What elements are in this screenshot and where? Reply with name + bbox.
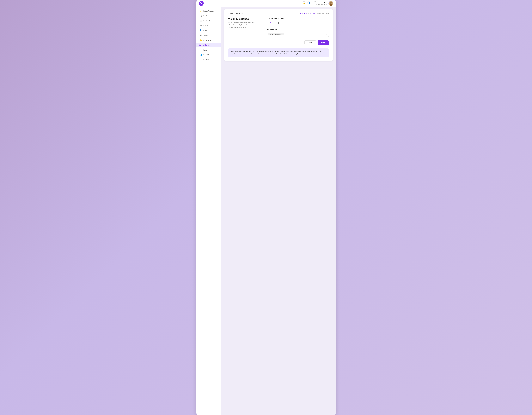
- topbar-right: 🔔 👤 ? Jane Vacation Tracker: [302, 1, 333, 6]
- leave-request-icon: ⚡: [200, 10, 202, 12]
- settings-icon: ⚙: [200, 34, 202, 37]
- sidebar-item-add-ons[interactable]: ◎ Add-ons: [197, 43, 221, 47]
- breadcrumb-current: Visibility Manager: [317, 13, 329, 14]
- cancel-button[interactable]: Cancel: [304, 40, 316, 45]
- user-subtitle: Vacation Tracker: [318, 4, 328, 5]
- wallchart-icon: ⊞: [200, 24, 202, 27]
- sidebar-label-leave-request: Leave Request: [203, 10, 214, 12]
- sidebar-item-leave-request[interactable]: ⚡ Leave Request ⌄: [197, 9, 220, 13]
- calendar-icon: 📅: [200, 20, 202, 22]
- limit-visibility-label: Limit visibility to users: [267, 18, 329, 19]
- bell-button[interactable]: 🔔: [302, 1, 306, 5]
- reports-icon: 📊: [200, 54, 202, 56]
- person-icon: 👤: [308, 2, 311, 4]
- sidebar-item-settings[interactable]: ⚙ Settings: [197, 33, 220, 38]
- sidebar-item-helpdesk[interactable]: ❓ Helpdesk: [197, 57, 220, 62]
- help-button[interactable]: ?: [313, 1, 317, 5]
- settings-desc: Allows administrators to customize leave…: [228, 22, 262, 28]
- chevron-down-icon: ⌄: [217, 10, 218, 12]
- users-can-see-label: Users can see: [267, 29, 329, 30]
- sidebar-item-wallchart[interactable]: ⊞ Wallchart: [197, 23, 220, 28]
- sidebar-item-notification[interactable]: 🔔 Notification: [197, 38, 220, 42]
- select-tags: Their department ✕: [268, 33, 284, 35]
- svg-point-1: [330, 2, 332, 4]
- content-area: VISIBILITY MANAGER Dashboard / Add-ons /…: [221, 7, 336, 415]
- sidebar-label-calendar: Calendar: [203, 20, 210, 22]
- notification-icon: 🔔: [200, 39, 202, 41]
- tag-close-icon[interactable]: ✕: [281, 33, 283, 35]
- breadcrumb-sep-1: /: [308, 13, 309, 14]
- select-chevron-icon: ⌄: [326, 33, 327, 35]
- page-section-title: VISIBILITY MANAGER: [228, 13, 243, 14]
- toggle-yes-button[interactable]: Yes: [267, 21, 275, 25]
- settings-controls: Limit visibility to users Yes No Users c…: [267, 18, 329, 45]
- breadcrumb-dashboard[interactable]: Dashboard: [300, 13, 308, 14]
- tag-label: Their department: [269, 33, 281, 35]
- topbar: V 🔔 👤 ? Jane Vacation Tracker: [197, 0, 336, 7]
- helpdesk-icon: ❓: [200, 59, 202, 61]
- sidebar-label-dashboard: Dashboard: [203, 15, 211, 17]
- sidebar-label-helpdesk: Helpdesk: [203, 59, 210, 61]
- main-card: VISIBILITY MANAGER Dashboard / Add-ons /…: [224, 9, 333, 61]
- settings-title: Visibility Settings: [228, 18, 262, 20]
- logo-letter: V: [200, 2, 202, 5]
- dashboard-icon: ◯: [200, 15, 202, 17]
- sidebar-label-settings: Settings: [203, 34, 209, 36]
- sidebar-label-notification: Notification: [203, 39, 211, 41]
- breadcrumb-sep-2: /: [316, 13, 317, 14]
- sidebar-label-reports: Reports: [203, 54, 209, 56]
- sidebar-item-import[interactable]: ↧ Import: [197, 48, 220, 52]
- user-text: Jane Vacation Tracker: [318, 2, 328, 5]
- import-icon: ↧: [200, 49, 202, 51]
- user-name: Jane: [318, 2, 328, 4]
- sidebar-label-import: Import: [203, 49, 208, 51]
- sidebar-item-user[interactable]: 👤 User: [197, 28, 220, 33]
- sidebar-item-reports[interactable]: 📊 Reports: [197, 52, 220, 57]
- sidebar-label-wallchart: Wallchart: [203, 25, 210, 27]
- user-icon: 👤: [200, 29, 202, 32]
- settings-description: Visibility Settings Allows administrator…: [228, 18, 262, 45]
- bell-icon: 🔔: [303, 2, 305, 4]
- page-header: VISIBILITY MANAGER Dashboard / Add-ons /…: [228, 13, 329, 14]
- user-info-group: Jane Vacation Tracker: [318, 1, 333, 6]
- app-logo[interactable]: V: [199, 1, 204, 6]
- profile-button[interactable]: 👤: [307, 1, 312, 5]
- sidebar-item-dashboard[interactable]: ◯ Dashboard: [197, 13, 220, 18]
- addons-icon: ◎: [199, 44, 201, 46]
- help-icon: ?: [314, 2, 315, 4]
- sidebar-label-user: User: [203, 30, 207, 31]
- action-row: Cancel Save: [267, 40, 329, 45]
- breadcrumb: Dashboard / Add-ons / Visibility Manager: [300, 13, 329, 14]
- sidebar-label-add-ons: Add-ons: [203, 44, 209, 46]
- info-text: Users will see leave information only wi…: [231, 50, 326, 55]
- save-button[interactable]: Save: [318, 40, 329, 45]
- users-can-see-select[interactable]: Their department ✕ ⌄: [267, 32, 329, 37]
- breadcrumb-addons[interactable]: Add-ons: [310, 13, 315, 14]
- settings-section: Visibility Settings Allows administrator…: [228, 18, 329, 45]
- yes-no-toggle: Yes No: [267, 21, 283, 25]
- users-can-see-field: Users can see Their department ✕ ⌄: [267, 29, 329, 37]
- toggle-no-button[interactable]: No: [276, 21, 283, 25]
- info-box: Users will see leave information only wi…: [228, 49, 329, 57]
- sidebar: ⚡ Leave Request ⌄ ◯ Dashboard 📅 Calendar…: [197, 7, 221, 415]
- department-tag: Their department ✕: [268, 33, 284, 35]
- sidebar-item-calendar[interactable]: 📅 Calendar: [197, 18, 220, 23]
- avatar[interactable]: [328, 1, 333, 6]
